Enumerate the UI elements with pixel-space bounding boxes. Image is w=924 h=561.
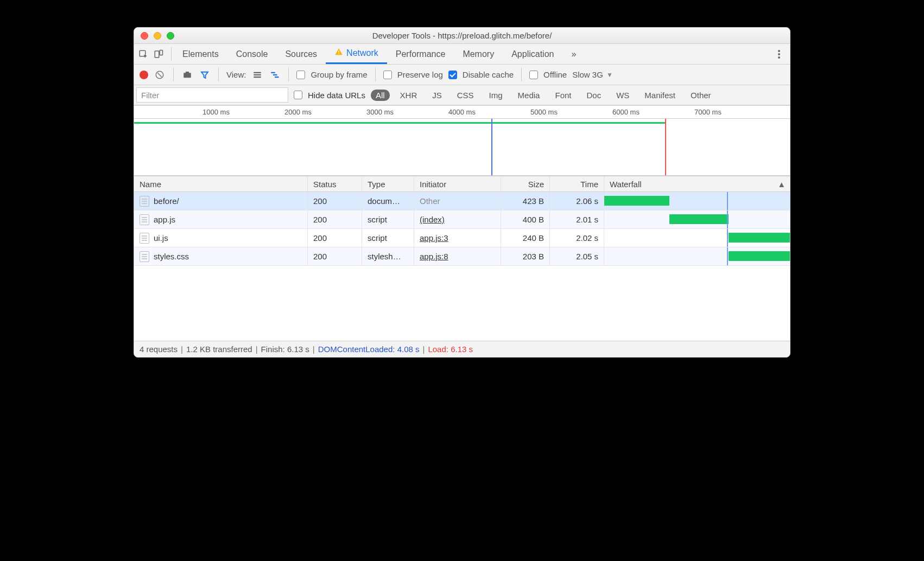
filter-type-doc[interactable]: Doc — [581, 90, 606, 101]
filter-type-js[interactable]: JS — [427, 90, 447, 101]
zoom-window-button[interactable] — [167, 32, 174, 40]
filter-type-xhr[interactable]: XHR — [395, 90, 422, 101]
status-load: Load: 6.13 s — [428, 345, 473, 354]
cell-initiator[interactable]: app.js:3 — [414, 229, 501, 247]
svg-rect-9 — [183, 73, 191, 78]
tab-network[interactable]: Network — [326, 44, 387, 64]
cell-name: styles.css — [134, 247, 308, 265]
minimize-window-button[interactable] — [154, 32, 161, 40]
filter-input[interactable]: Filter — [136, 87, 288, 103]
filter-type-font[interactable]: Font — [550, 90, 576, 101]
status-transferred: 1.2 KB transferred — [186, 345, 252, 354]
svg-rect-15 — [273, 74, 277, 75]
devtools-tabs: Elements Console Sources Network Perform… — [134, 44, 790, 65]
tabs-overflow[interactable]: » — [562, 44, 585, 64]
filter-type-manifest[interactable]: Manifest — [640, 90, 680, 101]
chevron-down-icon: ▼ — [606, 71, 613, 79]
preserve-log-checkbox[interactable] — [383, 71, 392, 79]
overview-dcl-line — [491, 119, 492, 175]
col-waterfall[interactable]: Waterfall▲ — [604, 176, 790, 192]
throttling-dropdown[interactable]: Slow 3G ▼ — [572, 70, 613, 79]
svg-point-6 — [778, 53, 780, 55]
cell-time: 2.05 s — [550, 247, 604, 265]
file-icon — [140, 196, 149, 207]
toggle-device-toolbar-icon[interactable] — [153, 48, 164, 60]
col-name[interactable]: Name — [134, 176, 308, 192]
col-status[interactable]: Status — [308, 176, 362, 192]
table-row[interactable]: before/200docum…Other423 B2.06 s — [134, 192, 790, 211]
disable-cache-label: Disable cache — [463, 70, 514, 79]
divider — [521, 68, 522, 81]
offline-checkbox[interactable] — [529, 71, 538, 79]
clear-icon[interactable] — [154, 69, 166, 81]
cell-size: 400 B — [501, 211, 550, 228]
table-row[interactable]: app.js200script(index)400 B2.01 s — [134, 211, 790, 229]
waterfall-dcl-line — [727, 211, 728, 228]
waterfall-view-icon[interactable] — [269, 69, 281, 81]
status-requests: 4 requests — [140, 345, 178, 354]
file-icon — [140, 214, 149, 225]
svg-rect-13 — [254, 76, 262, 78]
tab-memory[interactable]: Memory — [454, 44, 503, 64]
filter-type-img[interactable]: Img — [484, 90, 508, 101]
large-rows-icon[interactable] — [251, 69, 263, 81]
tab-console[interactable]: Console — [227, 44, 277, 64]
table-row[interactable]: styles.css200stylesh…app.js:8203 B2.05 s — [134, 247, 790, 266]
col-size[interactable]: Size — [501, 176, 550, 192]
divider — [218, 68, 219, 81]
cell-time: 2.06 s — [550, 192, 604, 210]
svg-rect-1 — [155, 51, 159, 58]
cell-status: 200 — [308, 247, 362, 265]
group-by-frame-checkbox[interactable] — [296, 71, 305, 79]
tab-sources[interactable]: Sources — [276, 44, 326, 64]
requests-table: Name Status Type Initiator Size Time Wat… — [134, 176, 790, 341]
filter-type-other[interactable]: Other — [686, 90, 716, 101]
filter-icon[interactable] — [199, 69, 211, 81]
filter-type-css[interactable]: CSS — [452, 90, 479, 101]
tab-performance[interactable]: Performance — [387, 44, 454, 64]
cell-status: 200 — [308, 211, 362, 228]
cell-type: stylesh… — [362, 247, 414, 265]
screenshot-icon[interactable] — [181, 69, 193, 81]
disable-cache-checkbox[interactable] — [448, 71, 457, 79]
network-toolbar: View: Group by frame Preserve log Disabl… — [134, 65, 790, 85]
table-row[interactable]: ui.js200scriptapp.js:3240 B2.02 s — [134, 229, 790, 247]
overview-network-track — [134, 122, 665, 124]
cell-size: 240 B — [501, 229, 550, 247]
cell-initiator[interactable]: (index) — [414, 211, 501, 228]
status-finish: Finish: 6.13 s — [261, 345, 309, 354]
divider — [375, 68, 376, 81]
file-icon — [140, 251, 149, 262]
svg-point-5 — [778, 50, 780, 52]
traffic-lights — [134, 32, 174, 40]
waterfall-dcl-line — [727, 192, 728, 210]
tab-application[interactable]: Application — [503, 44, 562, 64]
devtools-settings-menu[interactable] — [771, 44, 787, 64]
group-by-frame-label: Group by frame — [311, 70, 367, 79]
col-type[interactable]: Type — [362, 176, 414, 192]
tab-elements[interactable]: Elements — [174, 44, 227, 64]
tabs-left-controls — [137, 44, 169, 64]
cell-waterfall — [604, 211, 790, 228]
inspect-element-icon[interactable] — [137, 48, 149, 60]
cell-time: 2.02 s — [550, 229, 604, 247]
cell-initiator[interactable]: app.js:8 — [414, 247, 501, 265]
waterfall-bar — [729, 251, 790, 261]
record-button[interactable] — [140, 71, 148, 79]
close-window-button[interactable] — [141, 32, 148, 40]
preserve-log-label: Preserve log — [397, 70, 443, 79]
svg-rect-10 — [186, 72, 189, 73]
svg-point-7 — [778, 56, 780, 59]
hide-data-urls-checkbox[interactable] — [294, 91, 302, 99]
filter-type-ws[interactable]: WS — [611, 90, 634, 101]
col-initiator[interactable]: Initiator — [414, 176, 501, 192]
col-time[interactable]: Time — [550, 176, 604, 192]
timeline-ruler: 1000 ms 2000 ms 3000 ms 4000 ms 5000 ms … — [134, 106, 790, 119]
filter-type-all[interactable]: All — [371, 90, 390, 101]
waterfall-dcl-line — [727, 229, 728, 247]
timeline-overview[interactable]: 1000 ms 2000 ms 3000 ms 4000 ms 5000 ms … — [134, 105, 790, 176]
cell-time: 2.01 s — [550, 211, 604, 228]
file-icon — [140, 233, 149, 244]
sort-indicator-icon: ▲ — [777, 180, 786, 189]
filter-type-media[interactable]: Media — [513, 90, 545, 101]
